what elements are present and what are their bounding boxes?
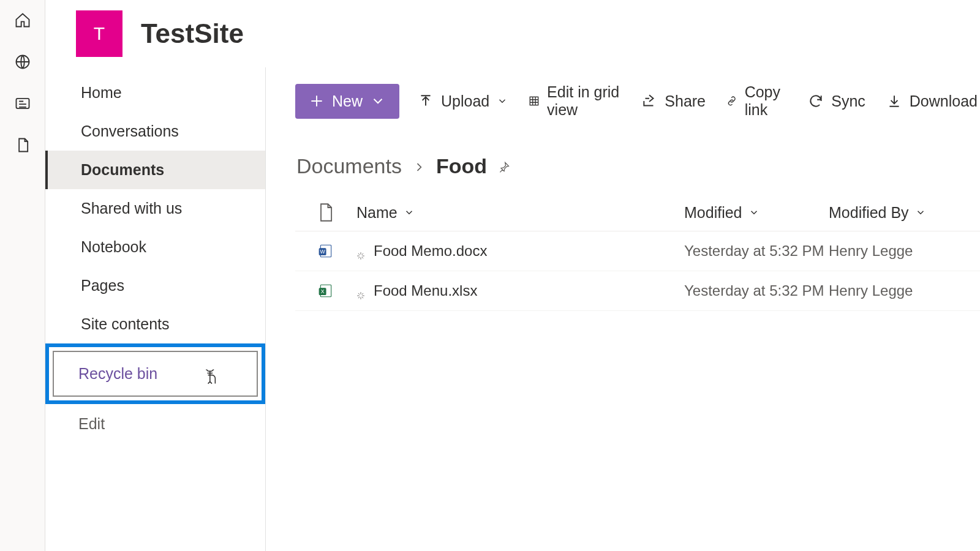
header-name[interactable]: Name <box>356 204 415 222</box>
new-button-label: New <box>332 92 363 110</box>
download-icon <box>886 93 902 109</box>
nav-notebook[interactable]: Notebook <box>45 228 265 266</box>
file-modified: Yesterday at 5:32 PM <box>684 282 829 299</box>
site-header: T TestSite <box>45 0 980 67</box>
upload-icon <box>418 93 434 109</box>
nav-documents[interactable]: Documents <box>45 151 265 189</box>
header-modified[interactable]: Modified <box>684 204 760 222</box>
breadcrumb: Documents Food <box>295 137 980 194</box>
new-indicator-icon <box>356 287 365 295</box>
file-icon[interactable] <box>13 136 32 154</box>
content-area: New Upload Edit in grid view Share <box>266 67 980 551</box>
breadcrumb-current: Food <box>436 154 487 178</box>
chevron-down-icon <box>915 207 926 218</box>
chevron-down-icon <box>370 93 386 109</box>
copy-link-label: Copy link <box>745 83 788 119</box>
left-nav: Home Conversations Documents Shared with… <box>45 67 266 551</box>
chevron-down-icon <box>404 207 415 218</box>
upload-button[interactable]: Upload <box>415 89 510 114</box>
new-indicator-icon <box>356 247 365 255</box>
file-name: Food Memo.docx <box>374 242 487 260</box>
svg-text:X: X <box>321 288 325 294</box>
nav-recycle-bin-label: Recycle bin <box>78 365 157 382</box>
share-icon <box>641 93 657 109</box>
link-icon <box>726 93 737 109</box>
file-modified-by: Henry Legge <box>829 282 963 299</box>
chevron-down-icon <box>497 96 508 107</box>
cursor-icon <box>204 369 220 388</box>
pin-icon[interactable] <box>498 154 510 178</box>
header-modified-by-label: Modified By <box>829 204 909 222</box>
header-modified-label: Modified <box>684 204 742 222</box>
site-title[interactable]: TestSite <box>141 18 244 49</box>
download-label: Download <box>910 92 978 110</box>
chevron-right-icon <box>413 154 425 178</box>
home-icon[interactable] <box>13 11 32 29</box>
sync-button[interactable]: Sync <box>805 89 868 114</box>
download-button[interactable]: Download <box>884 89 980 114</box>
file-name: Food Menu.xlsx <box>374 282 477 299</box>
news-icon[interactable] <box>13 94 32 113</box>
file-modified-by: Henry Legge <box>829 242 963 260</box>
nav-pages[interactable]: Pages <box>45 266 265 305</box>
share-label: Share <box>665 92 706 110</box>
globe-icon[interactable] <box>13 53 32 71</box>
edit-grid-button[interactable]: Edit in grid view <box>526 80 623 122</box>
nav-conversations[interactable]: Conversations <box>45 112 265 151</box>
chevron-down-icon <box>748 207 760 218</box>
site-logo[interactable]: T <box>76 10 123 57</box>
nav-edit-link[interactable]: Edit <box>45 404 265 440</box>
svg-rect-2 <box>530 97 538 105</box>
nav-home[interactable]: Home <box>45 73 265 112</box>
excel-file-icon: X <box>318 283 334 299</box>
breadcrumb-parent[interactable]: Documents <box>296 154 402 178</box>
highlight-box: Recycle bin <box>45 343 265 404</box>
word-file-icon: W <box>318 243 334 259</box>
header-modified-by[interactable]: Modified By <box>829 204 926 222</box>
command-bar: New Upload Edit in grid view Share <box>295 67 980 137</box>
plus-icon <box>309 93 325 109</box>
sync-icon <box>808 93 824 109</box>
nav-recycle-bin[interactable]: Recycle bin <box>53 351 258 397</box>
file-row[interactable]: X Food Menu.xlsx Yesterday at 5:32 PM He… <box>295 271 980 311</box>
upload-label: Upload <box>441 92 489 110</box>
file-list-header: Name Modified Modified By <box>295 194 980 231</box>
edit-grid-label: Edit in grid view <box>547 83 620 119</box>
svg-text:W: W <box>320 249 325 255</box>
header-type-icon[interactable] <box>295 203 356 222</box>
header-name-label: Name <box>356 204 398 222</box>
new-button[interactable]: New <box>295 84 399 119</box>
file-row[interactable]: W Food Memo.docx Yesterday at 5:32 PM He… <box>295 231 980 271</box>
nav-shared-with-us[interactable]: Shared with us <box>45 189 265 228</box>
copy-link-button[interactable]: Copy link <box>724 80 790 122</box>
app-rail <box>0 0 45 551</box>
share-button[interactable]: Share <box>639 89 708 114</box>
file-modified: Yesterday at 5:32 PM <box>684 242 829 260</box>
nav-site-contents[interactable]: Site contents <box>45 305 265 343</box>
grid-icon <box>529 93 540 109</box>
sync-label: Sync <box>831 92 865 110</box>
file-list: Name Modified Modified By <box>295 194 980 311</box>
